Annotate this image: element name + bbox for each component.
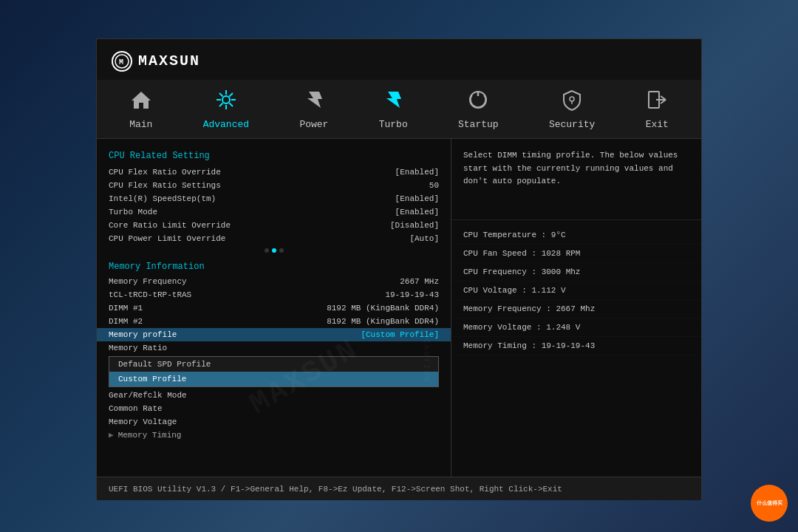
memory-profile-row[interactable]: Memory profile [Custom Profile] <box>97 328 451 341</box>
nav-menu: Main Advanced <box>97 80 701 139</box>
row-label: Common Rate <box>109 404 163 413</box>
table-row: Core Ratio Limit Override [Disabled] <box>97 219 451 232</box>
stat-label: Memory Voltage : <box>463 323 546 332</box>
nav-item-security[interactable]: Security <box>537 83 607 136</box>
row-label: CPU Flex Ratio Override <box>109 168 221 177</box>
logo-icon: M <box>112 51 132 72</box>
brand-name: MAXSUN <box>138 52 200 69</box>
row-label: Memory Frequency <box>109 277 187 286</box>
row-label: CPU Power Limit Override <box>109 234 225 243</box>
advanced-icon <box>215 89 237 116</box>
svg-point-16 <box>570 97 574 101</box>
row-value: 19-19-19-43 <box>385 290 439 299</box>
row-label: Turbo Mode <box>109 208 157 216</box>
table-row: Memory Ratio <box>97 341 451 355</box>
stat-row-cpu-temp: CPU Temperature : 9°C <box>451 226 701 245</box>
main-icon <box>130 89 152 116</box>
svg-text:M: M <box>119 58 125 66</box>
memory-profile-label: Memory profile <box>109 330 177 339</box>
row-value: [Enabled] <box>395 194 439 203</box>
info-description: Select DIMM timing profile. The below va… <box>451 139 701 220</box>
brand-logo: M MAXSUN <box>112 51 200 72</box>
stat-label: CPU Voltage : <box>463 286 531 295</box>
nav-label-turbo: Turbo <box>379 119 408 130</box>
bios-window: M MAXSUN Main <box>96 38 702 499</box>
row-label: DIMM #2 <box>109 317 143 326</box>
stat-row-mem-timing: Memory Timing : 19-19-19-43 <box>451 337 701 355</box>
svg-line-11 <box>219 103 223 106</box>
stat-label: Memory Frequency : <box>463 304 556 313</box>
nav-item-main[interactable]: Main <box>117 83 164 136</box>
memory-section-title: Memory Information <box>97 256 451 275</box>
table-row: Memory Frequency 2667 MHz <box>97 275 451 288</box>
table-row: Memory Voltage <box>97 415 451 429</box>
row-label: tCL-tRCD-tRP-tRAS <box>109 290 191 299</box>
row-label: DIMM #1 <box>109 304 143 313</box>
table-row: DIMM #1 8192 MB (KingBank DDR4) <box>97 301 451 315</box>
nav-item-turbo[interactable]: Turbo <box>367 83 420 136</box>
stat-value: 1.248 V <box>546 323 580 332</box>
nav-label-advanced: Advanced <box>203 119 249 130</box>
security-icon <box>561 89 583 116</box>
dot <box>279 248 284 253</box>
status-text: UEFI BIOS Utility V1.3 / F1->General Hel… <box>109 485 562 494</box>
stat-row-cpu-fan: CPU Fan Speed : 1028 RPM <box>451 245 701 263</box>
corner-badge: 什么值得买 <box>751 485 788 522</box>
startup-icon <box>467 89 489 116</box>
svg-marker-13 <box>386 92 401 108</box>
power-icon <box>303 89 325 116</box>
stat-label: CPU Temperature : <box>463 231 551 239</box>
memory-profile-value: [Custom Profile] <box>361 330 439 339</box>
row-label: Memory Voltage <box>109 417 177 426</box>
progress-indicator <box>97 245 451 256</box>
row-value: 2667 MHz <box>400 277 439 286</box>
bios-header: M MAXSUN <box>97 39 701 80</box>
svg-marker-2 <box>132 92 151 109</box>
turbo-icon <box>382 89 404 116</box>
stats-list: CPU Temperature : 9°C CPU Fan Speed : 10… <box>451 220 701 477</box>
stat-value: 1028 RPM <box>542 249 581 258</box>
nav-label-startup: Startup <box>458 119 499 130</box>
stat-row-mem-voltage: Memory Voltage : 1.248 V <box>451 318 701 337</box>
table-row: CPU Power Limit Override [Auto] <box>97 232 451 245</box>
row-value: 8192 MB (KingBank DDR4) <box>327 304 439 313</box>
stat-row-mem-freq: Memory Frequency : 2667 Mhz <box>451 300 701 318</box>
svg-point-3 <box>222 96 230 103</box>
nav-item-exit[interactable]: Exit <box>634 83 681 136</box>
row-value: [Auto] <box>409 234 439 243</box>
stat-value: 2667 Mhz <box>556 304 595 313</box>
row-label: Core Ratio Limit Override <box>109 221 231 230</box>
table-row: DIMM #2 8192 MB (KingBank DDR4) <box>97 315 451 328</box>
stat-value: 19-19-19-43 <box>542 341 596 350</box>
stat-row-cpu-freq: CPU Frequency : 3000 Mhz <box>451 263 701 282</box>
expand-arrow-icon: ▶ <box>109 430 114 440</box>
svg-line-10 <box>229 93 233 97</box>
stat-row-cpu-voltage: CPU Voltage : 1.112 V <box>451 282 701 300</box>
row-value: [Disabled] <box>390 221 439 230</box>
table-row: Turbo Mode [Enabled] <box>97 205 451 219</box>
nav-item-power[interactable]: Power <box>287 83 340 136</box>
table-row: Intel(R) SpeedStep(tm) [Enabled] <box>97 192 451 205</box>
memory-timing-row[interactable]: ▶ Memory Timing <box>97 429 451 441</box>
cpu-section-title: CPU Related Setting <box>97 146 451 166</box>
row-label: Intel(R) SpeedStep(tm) <box>109 194 216 203</box>
nav-label-power: Power <box>299 119 328 130</box>
table-row: CPU Flex Ratio Settings 50 <box>97 179 451 192</box>
dot <box>265 248 269 253</box>
nav-item-advanced[interactable]: Advanced <box>191 83 261 136</box>
svg-line-9 <box>229 103 233 106</box>
row-label: Gear/Refclk Mode <box>109 391 187 400</box>
dropdown-option-spd[interactable]: Default SPD Profile <box>109 357 438 372</box>
profile-dropdown[interactable]: Default SPD Profile Custom Profile <box>109 356 439 387</box>
row-value: [Enabled] <box>395 168 439 177</box>
nav-item-startup[interactable]: Startup <box>446 83 511 136</box>
stat-label: CPU Frequency : <box>463 267 542 276</box>
stat-label: Memory Timing : <box>463 341 542 350</box>
row-value: 50 <box>429 181 439 190</box>
exit-icon <box>646 89 668 116</box>
table-row: Common Rate <box>97 402 451 415</box>
dropdown-option-custom[interactable]: Custom Profile <box>109 372 438 386</box>
nav-label-exit: Exit <box>646 119 669 130</box>
table-row: tCL-tRCD-tRP-tRAS 19-19-19-43 <box>97 288 451 301</box>
left-panel: MAXSUN CAUTION CPU Related Setting CPU F… <box>97 139 451 477</box>
